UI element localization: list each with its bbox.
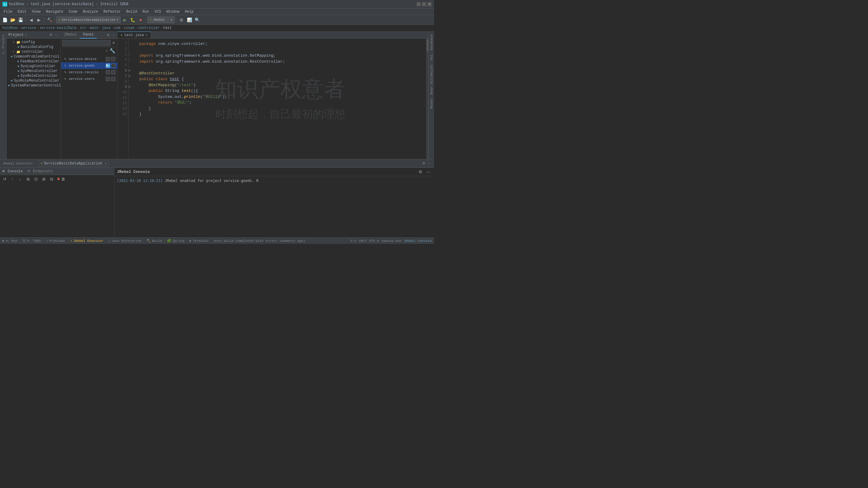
jrebel-settings-btn[interactable]: ⚙ (111, 41, 116, 45)
dropdown-arrow-icon[interactable]: ▾ (25, 33, 27, 37)
menu-window[interactable]: Window (164, 9, 182, 14)
console-actions[interactable]: ⚙ ─ (417, 169, 432, 175)
exec-trash-btn[interactable]: 🗑 (60, 175, 66, 182)
status-problems-btn[interactable]: ⚠ Problems (43, 238, 67, 244)
title-bar-controls[interactable]: ─ □ ✕ (416, 2, 432, 6)
tree-sysrolecontroller[interactable]: ● SysRoleController (7, 73, 61, 78)
status-indent[interactable]: spaces:4on (381, 239, 401, 243)
menu-build[interactable]: Build (124, 9, 140, 14)
right-tab-ant[interactable]: Ant (429, 53, 434, 62)
status-todo-btn[interactable]: ☰ 6: TODO (20, 238, 43, 244)
toolbar-coverage-btn[interactable]: ⊞ (178, 16, 185, 24)
exec-tab-endpoints[interactable]: ⊡ Endpoints (25, 168, 55, 174)
right-tab-maven[interactable]: Maven (429, 97, 434, 110)
jrebel-recycle-check2[interactable] (111, 70, 116, 74)
close-button[interactable]: ✕ (427, 2, 432, 6)
toolbar-profiler-btn[interactable]: 📊 (186, 16, 193, 24)
editor-tab-close[interactable]: ✕ (146, 33, 148, 37)
exec-wrap-btn[interactable]: ⊞ (25, 175, 31, 182)
menu-navigate[interactable]: Navigate (43, 9, 66, 14)
toolbar-back-btn[interactable]: ◀ (27, 16, 35, 24)
jrebel-edit-device[interactable]: ✎ (63, 57, 67, 61)
status-jrebel-executor-btn[interactable]: ⚡ JRebel Executor (68, 238, 106, 244)
editor-tab-test[interactable]: ● test.java ✕ (118, 32, 151, 38)
jrebel-row-recycle[interactable]: ✎ service-recycle (61, 69, 117, 76)
toolbar-open-btn[interactable]: 📂 (9, 16, 16, 24)
breadcrumb-controller[interactable]: controller (138, 26, 160, 30)
bottom-settings-btn[interactable]: ⚙ (421, 161, 426, 166)
tree-controller-folder[interactable]: ▾ 📁 controller (7, 50, 61, 54)
right-tab-database[interactable]: Database (429, 33, 434, 52)
jrebel-edit-users[interactable]: ✎ (63, 76, 67, 82)
menu-help[interactable]: Help (182, 9, 196, 14)
breadcrumb-src[interactable]: src (80, 26, 87, 30)
toolbar-rebuild-btn[interactable]: 🔨 (46, 16, 53, 24)
panel-gear-btn[interactable]: ⚙ (49, 33, 53, 37)
toolbar-new-btn[interactable]: 📄 (1, 16, 8, 24)
code-area[interactable]: 知识产权意者 时刻想起，自己最初的理想 package com.xinye.co… (134, 38, 426, 159)
maximize-button[interactable]: □ (422, 2, 426, 6)
debug-button[interactable]: 🐛 (129, 16, 136, 24)
menu-refactor[interactable]: Refactor (101, 9, 123, 14)
jrebel-edit-recycle[interactable]: ✎ (63, 70, 67, 75)
menu-vcs[interactable]: VCS (152, 9, 164, 14)
status-build-btn[interactable]: 🔨 Build (144, 238, 164, 244)
tree-config-folder[interactable]: ▾ 📁 config (7, 40, 61, 44)
breadcrumb-service-basicdata[interactable]: service-basicData (39, 26, 76, 30)
tree-feedbackcontroller[interactable]: ● FeedbackController (7, 59, 61, 64)
jrebel-minimize-btn[interactable]: ─ (111, 33, 116, 37)
jrebel-users-check2[interactable] (111, 77, 116, 81)
tree-commonproblem[interactable]: ● CommonProblemControll (7, 54, 61, 59)
breadcrumb-service[interactable]: service (21, 26, 36, 30)
status-crlf[interactable]: CRLF (359, 239, 367, 243)
jrebel-edit-goods[interactable]: ✎ (63, 63, 67, 68)
status-spring-btn[interactable]: 🌿 Spring (164, 238, 187, 244)
breadcrumb-xinye[interactable]: xinye (124, 26, 135, 30)
jrebel-goods-check2[interactable] (111, 64, 116, 68)
tab-jrebel[interactable]: JRebel (61, 31, 80, 38)
console-minimize-btn[interactable]: ─ (425, 169, 432, 175)
panel-header-actions[interactable]: ⚙ ─ (49, 33, 59, 37)
right-tab-beanvalidation[interactable]: Bean Validation (429, 63, 434, 96)
jrebel-tab-actions[interactable]: ⚙ ─ (106, 31, 117, 38)
jrebel-recycle-check1[interactable] (106, 70, 110, 74)
executor-app-tab[interactable]: ● ServiceBasicDataApplication ✕ (38, 161, 109, 166)
bottom-minimize-btn[interactable]: ─ (427, 161, 432, 166)
breadcrumb-com[interactable]: com (114, 26, 121, 30)
exec-down-btn[interactable]: ↓ (17, 175, 24, 182)
toolbar-save-btn[interactable]: 💾 (17, 16, 24, 24)
tab-panel[interactable]: Panel (80, 31, 97, 38)
status-position[interactable]: 2:1 (350, 239, 356, 243)
toolbar-search-btn[interactable]: 🔍 (193, 16, 201, 24)
exec-restart-btn[interactable]: ↺ (1, 175, 8, 182)
run-config-dropdown[interactable]: ● ServiceBasicDataApplication ▾ (56, 17, 121, 23)
breadcrumb-java[interactable]: java (102, 26, 111, 30)
jrebel-goods-check1[interactable]: ■ (106, 64, 110, 68)
exec-clear-btn[interactable]: ⊟ (48, 175, 55, 182)
editor-scrollbar[interactable] (426, 38, 429, 159)
exec-tab-console[interactable]: ⊞ Console (0, 168, 25, 174)
jrebel-users-check1[interactable] (106, 77, 110, 81)
code-content[interactable]: 1 2 3 4 5 6 7 8 9 10 11 12 13 14 ⊕ ⊕ (118, 38, 429, 159)
menu-analyze[interactable]: Analyze (81, 9, 100, 14)
run-profile-dropdown[interactable]: ⚡ JRebel ▾ (147, 17, 175, 23)
tree-systemparameter[interactable]: ● SystemParameterControll (7, 83, 61, 88)
status-javaent-btn[interactable]: ☕ Java Enterprise (106, 238, 144, 244)
scroll-thumb[interactable] (427, 39, 428, 51)
exec-filter-btn[interactable]: ⊞ (40, 175, 47, 182)
stop-button[interactable]: ■ (137, 16, 144, 24)
run-button[interactable]: ▶ (121, 16, 128, 24)
exec-up-btn[interactable]: ↑ (9, 175, 16, 182)
jrebel-green-icon[interactable]: ⚡ (105, 48, 108, 54)
jrebel-remote-icon[interactable]: 🔧 (110, 48, 116, 54)
console-gear-btn[interactable]: ⚙ (417, 169, 424, 175)
menu-file[interactable]: File (1, 9, 15, 14)
minimize-button[interactable]: ─ (416, 2, 421, 6)
status-terminal-btn[interactable]: ▶ Terminal (187, 238, 211, 244)
left-tab-project[interactable]: 1: Project (1, 33, 6, 56)
bottom-panel-actions[interactable]: ⚙ ─ (421, 161, 432, 166)
jrebel-search-input[interactable] (62, 40, 111, 46)
jrebel-row-goods[interactable]: ✎ service-goods ■ (61, 62, 117, 69)
menu-view[interactable]: View (30, 9, 43, 14)
jrebel-device-check2[interactable] (111, 57, 116, 61)
